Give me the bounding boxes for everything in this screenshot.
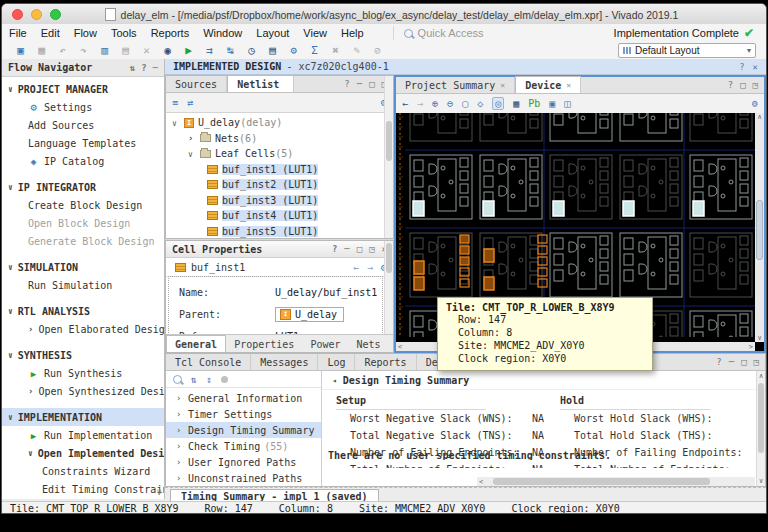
forward-icon[interactable]: → xyxy=(417,98,423,109)
collapse-all-icon[interactable]: ≡ xyxy=(172,97,178,108)
flow-navigator-row[interactable]: Report Timing Summary xyxy=(2,498,164,499)
panel-tab[interactable]: Log xyxy=(318,354,355,370)
step-icon[interactable]: ⇉ xyxy=(199,43,220,59)
paste-icon[interactable]: ▤ xyxy=(115,43,136,59)
flow-navigator-row[interactable]: Open Block Design xyxy=(2,214,164,232)
cell-properties-scrollbar[interactable] xyxy=(384,241,393,335)
menu-item[interactable]: Window xyxy=(196,27,249,39)
show-pblocks-icon[interactable]: Pb xyxy=(528,98,540,109)
netlist-tree-row[interactable]: buf_inst3 (LUT1) xyxy=(166,193,384,209)
disable-icon[interactable]: ⊘ xyxy=(367,43,388,59)
flow-navigator-row[interactable]: Run Simulation xyxy=(2,276,164,294)
timing-section-item[interactable]: › Unconstrained Paths xyxy=(166,470,321,486)
help-icon[interactable]: ? xyxy=(141,63,146,73)
timing-section-item[interactable]: › User Ignored Paths xyxy=(166,454,321,470)
find-icon[interactable]: ◉ xyxy=(157,43,178,59)
netlist-tree-row[interactable]: buf_inst2 (LUT1) xyxy=(166,177,384,193)
netlist-scrollbar[interactable] xyxy=(384,76,393,238)
scroll-right-icon[interactable]: > xyxy=(749,343,753,351)
undo-icon[interactable]: ↶ xyxy=(52,43,73,59)
help-icon[interactable]: ? xyxy=(344,79,349,89)
minimize-panel-icon[interactable]: ─ xyxy=(357,79,362,89)
float-panel-icon[interactable]: ◳ xyxy=(369,244,374,254)
netlist-tree-row[interactable]: Leaf Cells (5) xyxy=(166,146,384,162)
netlist-tree-row[interactable]: buf_inst5 (LUT1) xyxy=(166,224,384,239)
flow-navigator-row[interactable] xyxy=(2,294,164,302)
netlist-tree-row[interactable]: Nets (6) xyxy=(166,131,384,147)
cancel-icon[interactable]: ✖ xyxy=(325,43,346,59)
minimize-window-button[interactable] xyxy=(31,9,42,20)
menu-item[interactable]: Layout xyxy=(249,27,296,39)
flow-navigator-row[interactable] xyxy=(2,170,164,178)
flow-navigator-row[interactable]: Open Synthesized Design xyxy=(2,382,164,400)
zoom-fit-icon[interactable]: ▢ xyxy=(462,98,468,109)
timing-vertical-scrollbar[interactable]: ∧ ∨ xyxy=(756,371,765,486)
properties-tab[interactable]: Properties xyxy=(226,336,302,352)
flow-navigator-row[interactable]: Run Synthesis xyxy=(2,364,164,382)
collapse-all-icon[interactable]: ⇅ xyxy=(130,63,135,73)
report-clipboard-icon[interactable]: ▤ xyxy=(262,43,283,59)
report-timing-icon[interactable]: ◷ xyxy=(241,43,262,59)
flow-navigator-row[interactable]: Add Sources xyxy=(2,116,164,134)
sum-icon[interactable]: Σ xyxy=(304,43,325,59)
menu-item[interactable]: Reports xyxy=(144,27,197,39)
pause-icon[interactable] xyxy=(221,376,228,383)
properties-tab[interactable]: Nets xyxy=(348,336,388,352)
device-vertical-scrollbar[interactable]: ∧ ∨ xyxy=(755,113,764,342)
collapse-all-icon[interactable]: ⇅ xyxy=(191,374,197,385)
save-icon[interactable]: ▦ xyxy=(31,43,52,59)
previous-object-icon[interactable]: ← xyxy=(353,262,359,273)
zoom-window-button[interactable] xyxy=(50,9,61,20)
scroll-left-icon[interactable]: < xyxy=(398,343,402,351)
quick-access[interactable]: Quick Access xyxy=(393,26,484,40)
back-icon[interactable]: ← xyxy=(402,98,408,109)
panel-tab[interactable]: Messages xyxy=(251,354,318,370)
menu-item[interactable]: Flow xyxy=(67,27,104,39)
search-icon[interactable] xyxy=(173,375,182,384)
flow-navigator-row[interactable]: IMPLEMENTATION xyxy=(2,408,164,426)
flow-navigator-row[interactable]: Language Templates xyxy=(2,134,164,152)
flow-navigator-row[interactable]: Edit Timing Constraints xyxy=(2,480,164,498)
layout-selector[interactable]: Default Layout ▾ xyxy=(618,43,756,58)
zoom-out-icon[interactable]: ⊖ xyxy=(447,98,453,109)
flow-navigator-row[interactable]: Open Elaborated Design xyxy=(2,320,164,338)
menu-item[interactable]: Help xyxy=(334,27,371,39)
scroll-down-icon[interactable]: ∨ xyxy=(757,477,765,485)
expand-all-icon[interactable]: ⇕ xyxy=(206,374,212,385)
zoom-selection-icon[interactable]: ◇ xyxy=(477,98,483,109)
panel-tab[interactable]: Sources xyxy=(166,76,227,92)
run-icon[interactable]: ▶ xyxy=(178,43,199,59)
flow-navigator-row[interactable]: Generate Block Design xyxy=(2,232,164,250)
close-tab-icon[interactable]: ✕ xyxy=(500,81,505,90)
maximize-panel-icon[interactable]: □ xyxy=(357,244,362,254)
close-tab-icon[interactable]: ✕ xyxy=(566,81,571,90)
minimize-panel-icon[interactable]: ─ xyxy=(344,244,349,254)
scroll-down-icon[interactable]: ∨ xyxy=(157,487,162,497)
flow-navigator-row[interactable]: Constraints Wizard xyxy=(2,462,164,480)
scroll-down-icon[interactable]: ∨ xyxy=(755,334,764,342)
maximize-panel-icon[interactable]: □ xyxy=(741,357,746,367)
flow-navigator-row[interactable] xyxy=(2,338,164,346)
maximize-panel-icon[interactable]: □ xyxy=(369,79,374,89)
autofit-selection-icon[interactable]: ◎ xyxy=(492,97,504,110)
flow-navigator-row[interactable]: Open Implemented Design xyxy=(2,444,164,462)
flow-navigator-row[interactable] xyxy=(2,400,164,408)
netlist-tree-row[interactable]: U_delay (delay) xyxy=(166,115,384,131)
panel-tab[interactable]: Tcl Console xyxy=(166,354,251,370)
panel-tab[interactable]: Reports xyxy=(355,354,416,370)
redo-icon[interactable]: ↷ xyxy=(73,43,94,59)
flow-navigator-row[interactable] xyxy=(2,250,164,258)
settings-icon[interactable]: ⚙ xyxy=(283,43,304,59)
edit-icon[interactable]: ✎ xyxy=(346,43,367,59)
scroll-up-icon[interactable]: ∧ xyxy=(755,113,764,121)
open-project-icon[interactable]: ▣ xyxy=(10,43,31,59)
menu-item[interactable]: View xyxy=(296,27,334,39)
timing-section-item[interactable]: › General Information xyxy=(166,390,321,406)
zoom-in-icon[interactable]: ⊕ xyxy=(432,98,438,109)
float-panel-icon[interactable]: ◳ xyxy=(754,357,759,367)
flow-navigator-row[interactable]: Create Block Design xyxy=(2,196,164,214)
help-icon[interactable]: ? xyxy=(716,357,721,367)
flow-navigator-row[interactable]: IP Catalog xyxy=(2,152,164,170)
panel-tab[interactable]: Netlist xyxy=(227,75,294,92)
draw-pblock-icon[interactable]: ▣ xyxy=(549,98,555,109)
